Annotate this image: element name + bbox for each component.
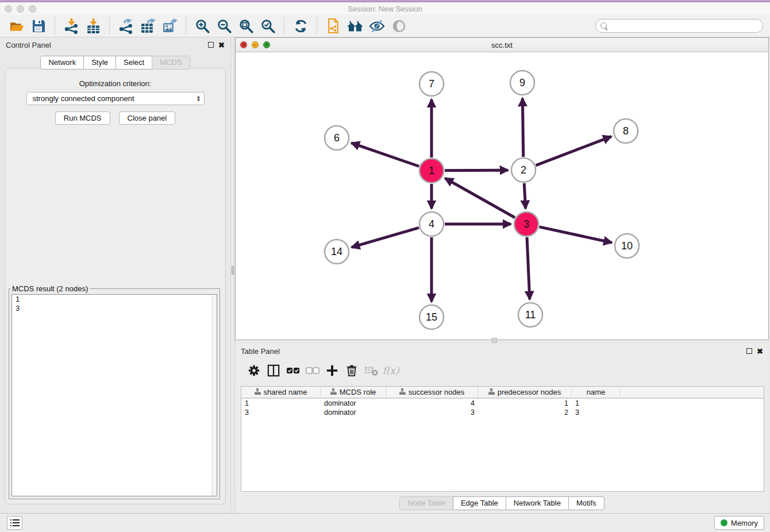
mcds-tab-content: Optimization criterion: strongly connect… bbox=[5, 68, 226, 504]
table-row[interactable]: 1dominator411 bbox=[241, 399, 764, 408]
select-all-checkboxes-icon[interactable] bbox=[283, 362, 303, 379]
graph-node-9[interactable]: 9 bbox=[510, 71, 534, 95]
tab-node-table[interactable]: Node Table bbox=[399, 496, 453, 510]
zoom-fit-icon[interactable] bbox=[237, 17, 255, 34]
graph-node-6[interactable]: 6 bbox=[325, 126, 349, 150]
graph-node-7[interactable]: 7 bbox=[419, 72, 444, 96]
create-column-plus-icon[interactable] bbox=[322, 362, 342, 379]
bird-view-eye-icon[interactable] bbox=[390, 17, 408, 34]
graph-node-1[interactable]: 1 bbox=[419, 159, 444, 183]
splitter-grip[interactable] bbox=[492, 338, 497, 343]
float-panel-icon[interactable] bbox=[746, 348, 752, 354]
network-graph[interactable]: 7968124314101511 bbox=[236, 52, 769, 340]
graph-node-14[interactable]: 14 bbox=[325, 240, 349, 264]
vertical-splitter[interactable] bbox=[230, 37, 235, 513]
deselect-all-checkboxes-icon[interactable] bbox=[303, 362, 322, 379]
graph-edge-2-8[interactable] bbox=[536, 137, 611, 165]
tab-network[interactable]: Network bbox=[40, 56, 84, 70]
save-session-icon[interactable] bbox=[29, 17, 48, 34]
graph-edge-1-2[interactable] bbox=[445, 170, 508, 171]
cell-MCDS-role[interactable]: dominator bbox=[321, 408, 386, 417]
function-builder-icon[interactable]: f(x) bbox=[381, 362, 401, 379]
graph-edge-2-9[interactable] bbox=[522, 98, 523, 157]
svg-text:10: 10 bbox=[621, 240, 633, 252]
mcds-result-list[interactable]: 13 bbox=[11, 294, 217, 496]
result-scrollbar[interactable] bbox=[211, 295, 217, 496]
tab-motifs[interactable]: Motifs bbox=[568, 496, 605, 510]
graph-node-2[interactable]: 2 bbox=[511, 158, 536, 182]
graph-node-10[interactable]: 10 bbox=[615, 234, 639, 258]
network-window-titlebar[interactable]: ✕ – + scc.txt bbox=[236, 38, 768, 52]
show-columns-icon[interactable] bbox=[264, 362, 283, 379]
graph-edge-3-11[interactable] bbox=[527, 237, 530, 299]
graph-node-8[interactable]: 8 bbox=[614, 119, 638, 143]
tab-mcds[interactable]: MCDS bbox=[152, 56, 190, 70]
column-header-MCDS-role[interactable]: MCDS role bbox=[321, 387, 386, 398]
zoom-in-icon[interactable] bbox=[193, 17, 211, 34]
delete-table-icon[interactable] bbox=[361, 362, 381, 379]
cell-successor-nodes[interactable]: 4 bbox=[386, 399, 478, 407]
graph-edge-1-6[interactable] bbox=[352, 143, 419, 167]
control-panel: Control Panel ✖ NetworkStyleSelectMCDS O… bbox=[0, 37, 230, 513]
run-mcds-button[interactable]: Run MCDS bbox=[55, 111, 110, 125]
column-header-successor-nodes[interactable]: successor nodes bbox=[386, 387, 478, 398]
graph-edge-4-14[interactable] bbox=[352, 228, 419, 247]
svg-text:4: 4 bbox=[429, 218, 434, 230]
cell-successor-nodes[interactable]: 3 bbox=[386, 408, 478, 417]
zoom-selected-icon[interactable] bbox=[259, 17, 277, 34]
graphics-details-eye-icon[interactable] bbox=[368, 17, 386, 34]
network-canvas[interactable]: 7968124314101511 bbox=[236, 52, 768, 340]
table-settings-gear-icon[interactable] bbox=[244, 362, 264, 379]
table-header-row: shared nameMCDS rolesuccessor nodesprede… bbox=[241, 387, 764, 399]
table-panel-title: Table Panel bbox=[241, 347, 280, 356]
app-titlebar: Session: New Session bbox=[0, 2, 770, 15]
export-table-icon[interactable] bbox=[138, 17, 157, 34]
graph-node-3[interactable]: 3 bbox=[514, 212, 538, 236]
graph-node-4[interactable]: 4 bbox=[419, 212, 444, 236]
browser-home-icon[interactable] bbox=[346, 17, 364, 34]
cell-MCDS-role[interactable]: dominator bbox=[321, 399, 386, 407]
cell-name[interactable]: 3 bbox=[572, 408, 621, 417]
export-image-icon[interactable] bbox=[160, 17, 179, 34]
import-network-icon[interactable] bbox=[62, 17, 80, 34]
splitter-grip[interactable] bbox=[232, 266, 234, 275]
cell-predecessor-nodes[interactable]: 2 bbox=[478, 408, 572, 417]
close-panel-button[interactable]: Close panel bbox=[119, 111, 176, 125]
delete-column-trash-icon[interactable] bbox=[342, 362, 361, 379]
column-header-predecessor-nodes[interactable]: predecessor nodes bbox=[478, 387, 572, 398]
column-header-shared-name[interactable]: shared name bbox=[241, 387, 321, 398]
task-history-button[interactable] bbox=[7, 516, 22, 530]
close-panel-icon[interactable]: ✖ bbox=[757, 348, 763, 355]
search-input[interactable] bbox=[611, 22, 763, 30]
tab-edge-table[interactable]: Edge Table bbox=[453, 496, 506, 510]
column-header-name[interactable]: name bbox=[572, 387, 621, 398]
import-table-icon[interactable] bbox=[84, 17, 102, 34]
criterion-select[interactable]: strongly connected component ▲▼ bbox=[26, 92, 205, 105]
result-line: 1 bbox=[12, 295, 217, 304]
refresh-icon[interactable] bbox=[291, 17, 310, 34]
search-field[interactable] bbox=[595, 19, 763, 33]
graph-edge-2-3[interactable] bbox=[524, 183, 525, 209]
graph-edge-3-1[interactable] bbox=[445, 178, 515, 217]
graph-node-15[interactable]: 15 bbox=[419, 305, 444, 329]
memory-button[interactable]: Memory bbox=[714, 516, 764, 530]
open-session-icon[interactable] bbox=[7, 17, 26, 34]
cell-name[interactable]: 1 bbox=[572, 399, 621, 407]
cell-predecessor-nodes[interactable]: 1 bbox=[478, 399, 572, 407]
tab-style[interactable]: Style bbox=[83, 56, 116, 70]
close-panel-icon[interactable]: ✖ bbox=[218, 41, 225, 49]
toolbar-separator bbox=[317, 17, 317, 34]
graph-edge-3-10[interactable] bbox=[539, 227, 611, 242]
float-panel-icon[interactable] bbox=[208, 42, 214, 48]
cell-shared-name[interactable]: 3 bbox=[241, 408, 321, 417]
cell-shared-name[interactable]: 1 bbox=[241, 399, 321, 407]
export-network-icon[interactable] bbox=[117, 17, 135, 34]
clone-network-icon[interactable] bbox=[324, 17, 342, 34]
table-row[interactable]: 3dominator323 bbox=[241, 408, 764, 417]
zoom-out-icon[interactable] bbox=[215, 17, 233, 34]
svg-text:3: 3 bbox=[523, 218, 529, 230]
tab-select[interactable]: Select bbox=[116, 56, 152, 70]
graph-node-11[interactable]: 11 bbox=[518, 303, 542, 327]
toolbar-separator bbox=[109, 17, 110, 34]
tab-network-table[interactable]: Network Table bbox=[506, 496, 569, 510]
